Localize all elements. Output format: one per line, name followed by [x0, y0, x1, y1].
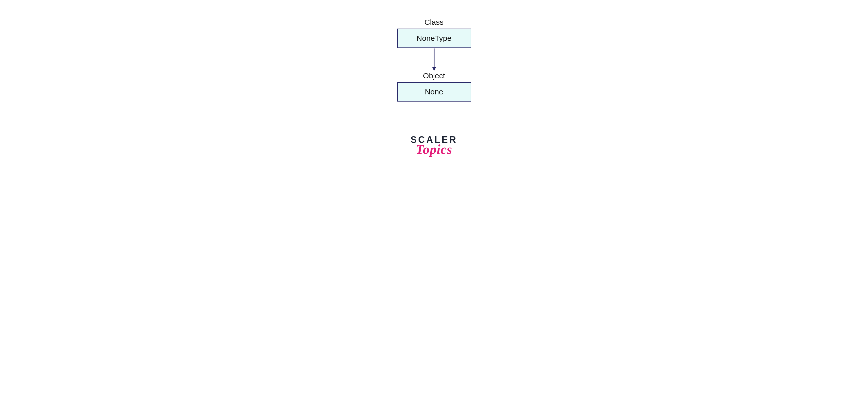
arrow-down — [432, 48, 437, 71]
none-box: None — [397, 82, 471, 101]
diagram-column: Class NoneType Object None — [397, 18, 471, 101]
nonetype-text: NoneType — [416, 34, 452, 42]
arrow-down-icon — [432, 48, 437, 71]
object-label: Object — [423, 71, 445, 80]
scaler-topics-logo: SCALER Topics — [410, 135, 457, 156]
diagram-canvas: Class NoneType Object None SCALER Topics — [0, 0, 868, 410]
svg-marker-1 — [432, 67, 436, 71]
logo-line2: Topics — [410, 143, 457, 156]
class-label: Class — [425, 18, 443, 27]
none-text: None — [425, 88, 443, 96]
nonetype-box: NoneType — [397, 29, 471, 48]
